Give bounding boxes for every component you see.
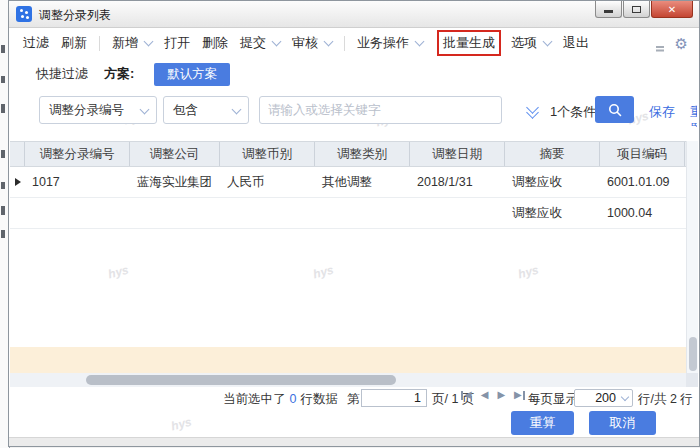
cell-currency[interactable] <box>220 198 315 228</box>
cell-company[interactable] <box>130 198 220 228</box>
last-page-icon: ▶ <box>514 390 522 400</box>
entries-table: 调整分录编号 调整公司 调整币别 调整类别 调整日期 摘要 项目编码 1017 … <box>10 141 686 229</box>
window: hys hys hys hys hys hys hys hys 调整分录列表 ✕… <box>8 0 700 447</box>
toolbar-options-label: 选项 <box>511 34 537 52</box>
table-row[interactable]: 调整应收 1000.04 <box>10 198 686 229</box>
selection-info: 当前选中了0行数据 <box>223 391 338 408</box>
column-header[interactable]: 调整分录编号 <box>25 142 130 166</box>
default-scheme-chip[interactable]: 默认方案 <box>154 63 230 86</box>
cell-date[interactable]: 2018/1/31 <box>410 167 505 197</box>
save-scheme-link[interactable]: 保存 <box>649 103 675 121</box>
last-page-button[interactable]: ▶ <box>514 390 525 400</box>
vertical-scrollbar[interactable] <box>686 141 698 373</box>
toolbar-audit-button[interactable]: 审核 <box>292 34 332 52</box>
minimize-button[interactable] <box>595 1 622 18</box>
chevron-down-icon <box>232 104 242 114</box>
cell-entry-number[interactable]: 1017 <box>25 167 130 197</box>
reset-link[interactable]: 重置 <box>690 103 697 127</box>
next-page-icon: ▶ <box>497 390 505 400</box>
clipped-text-fragment <box>1 206 5 215</box>
column-header[interactable]: 调整公司 <box>130 142 220 166</box>
toolbar-refresh-button[interactable]: 刷新 <box>61 34 87 52</box>
expand-conditions-icon[interactable] <box>527 103 539 117</box>
first-page-button[interactable]: ◀ <box>461 390 472 400</box>
toolbar-business-ops-button[interactable]: 业务操作 <box>357 34 423 52</box>
next-page-button[interactable]: ▶ <box>497 390 505 400</box>
filter-operator-select[interactable]: 包含 <box>163 96 249 124</box>
cell-entry-number[interactable] <box>25 198 130 228</box>
cell-category[interactable] <box>315 198 410 228</box>
quick-filter-row: 快捷过滤 方案: 默认方案 <box>9 61 699 87</box>
filter-field-value: 调整分录编号 <box>49 102 124 119</box>
close-icon: ✕ <box>668 4 676 15</box>
filter-field-select[interactable]: 调整分录编号 <box>39 96 157 124</box>
toolbar-open-button[interactable]: 打开 <box>164 34 190 52</box>
first-page-glyph: ◀ <box>464 390 472 400</box>
toolbar-exit-button[interactable]: 退出 <box>563 34 589 52</box>
page-number-input[interactable] <box>361 389 427 407</box>
toolbar: 过滤 刷新 新增 打开 删除 提交 审核 业务操作 批量生成 选项 退出 ⚙ <box>9 28 699 58</box>
chevron-down-icon <box>272 37 282 47</box>
column-header[interactable]: 调整类别 <box>315 142 410 166</box>
rows-total: 行/共 2 行 <box>638 391 693 408</box>
title-bar: 调整分录列表 ✕ <box>9 1 699 28</box>
horizontal-scrollbar-thumb[interactable] <box>86 375 396 385</box>
app-icon <box>16 6 32 22</box>
clipped-text-fragment <box>1 230 5 238</box>
page-label: 第 <box>347 391 360 408</box>
gear-icon[interactable]: ⚙ <box>675 36 688 51</box>
cell-currency[interactable]: 人民币 <box>220 167 315 197</box>
cell-date[interactable] <box>410 198 505 228</box>
maximize-button[interactable] <box>623 1 650 18</box>
cell-summary[interactable]: 调整应收 <box>505 198 600 228</box>
cell-project-code[interactable]: 1000.04 <box>600 198 685 228</box>
column-header[interactable]: 调整币别 <box>220 142 315 166</box>
horizontal-scrollbar[interactable] <box>10 373 686 387</box>
chevron-down-icon <box>621 393 629 401</box>
toolbar-business-ops-label: 业务操作 <box>357 34 409 52</box>
per-page-select[interactable]: 200 <box>574 389 633 407</box>
current-row-indicator <box>10 167 25 197</box>
clipped-text-fragment <box>1 150 5 158</box>
column-header[interactable]: 摘要 <box>505 142 600 166</box>
toolbar-filter-label: 过滤 <box>23 34 49 52</box>
vertical-scrollbar-thumb[interactable] <box>689 337 697 371</box>
pagination-arrows: ◀ ◀ ▶ ▶ <box>461 390 525 400</box>
toolbar-new-button[interactable]: 新增 <box>112 34 152 52</box>
keyword-input[interactable] <box>259 96 502 124</box>
chevron-down-icon <box>415 37 425 47</box>
toolbar-filter-button[interactable]: 过滤 <box>23 34 49 52</box>
chevron-down-icon <box>324 37 334 47</box>
previous-page-button[interactable]: ◀ <box>481 390 489 400</box>
selection-count: 0 <box>290 392 297 406</box>
toolbar-delete-button[interactable]: 删除 <box>202 34 228 52</box>
toolbar-refresh-label: 刷新 <box>61 34 87 52</box>
scheme-label: 方案: <box>104 65 134 83</box>
close-button[interactable]: ✕ <box>651 1 693 18</box>
cell-company[interactable]: 蓝海实业集团 <box>130 167 220 197</box>
clipped-text-fragment <box>1 45 5 53</box>
cell-summary[interactable]: 调整应收 <box>505 167 600 197</box>
search-button[interactable] <box>595 96 634 123</box>
toolbar-exit-label: 退出 <box>563 34 589 52</box>
chevron-down-icon <box>144 37 154 47</box>
toolbar-submit-button[interactable]: 提交 <box>240 34 280 52</box>
toolbar-submit-label: 提交 <box>240 34 266 52</box>
chevron-down-icon <box>543 37 553 47</box>
toolbar-collapse-icon[interactable] <box>656 46 664 48</box>
toolbar-options-button[interactable]: 选项 <box>511 34 551 52</box>
toolbar-batch-generate-button[interactable]: 批量生成 <box>437 30 501 56</box>
table-row[interactable]: 1017 蓝海实业集团 人民币 其他调整 2018/1/31 调整应收 6001… <box>10 167 686 198</box>
maximize-icon <box>632 6 641 13</box>
column-header[interactable]: 调整日期 <box>410 142 505 166</box>
scrollbar-corner <box>686 373 698 387</box>
table-header-row: 调整分录编号 调整公司 调整币别 调整类别 调整日期 摘要 项目编码 <box>10 141 686 167</box>
row-arrow-icon <box>15 178 21 186</box>
column-header[interactable]: 项目编码 <box>600 142 685 166</box>
quick-filter-label: 快捷过滤 <box>36 65 88 83</box>
cell-project-code[interactable]: 6001.01.09 <box>600 167 685 197</box>
cancel-button[interactable]: 取消 <box>589 411 656 435</box>
recalculate-button[interactable]: 重算 <box>511 411 574 435</box>
cell-category[interactable]: 其他调整 <box>315 167 410 197</box>
clipped-text-fragment <box>1 104 5 113</box>
